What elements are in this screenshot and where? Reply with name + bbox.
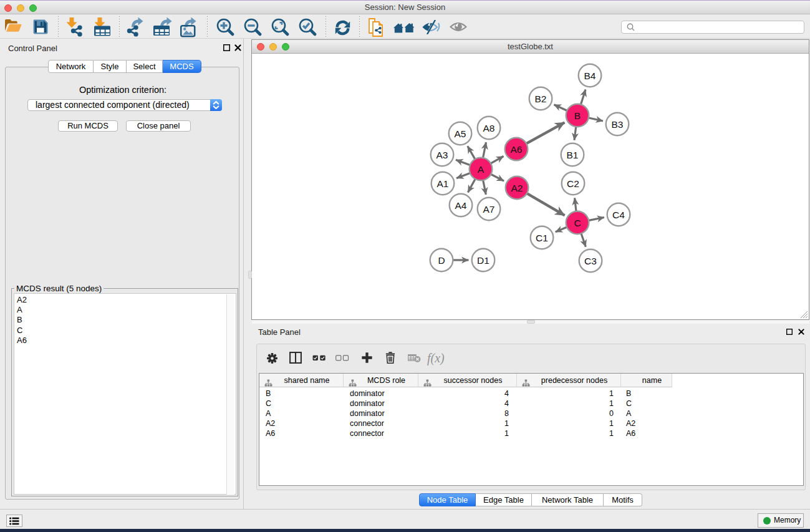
svg-text:D: D bbox=[438, 255, 445, 266]
svg-text:A1: A1 bbox=[437, 178, 449, 189]
svg-text:B: B bbox=[574, 110, 581, 121]
svg-text:A6: A6 bbox=[511, 144, 523, 155]
svg-text:D1: D1 bbox=[477, 255, 489, 266]
svg-text:A4: A4 bbox=[455, 200, 467, 211]
svg-text:C3: C3 bbox=[584, 256, 597, 266]
svg-text:B2: B2 bbox=[535, 94, 547, 104]
svg-text:C1: C1 bbox=[536, 233, 548, 243]
svg-text:B4: B4 bbox=[584, 70, 596, 81]
svg-text:C2: C2 bbox=[567, 178, 579, 189]
svg-text:C: C bbox=[574, 218, 581, 228]
svg-text:A3: A3 bbox=[436, 150, 448, 160]
svg-text:A8: A8 bbox=[483, 123, 495, 133]
svg-text:B1: B1 bbox=[567, 150, 579, 160]
svg-text:A2: A2 bbox=[511, 183, 523, 193]
svg-text:B3: B3 bbox=[612, 119, 624, 130]
svg-text:C4: C4 bbox=[612, 210, 625, 220]
svg-text:A5: A5 bbox=[455, 128, 466, 139]
svg-text:A: A bbox=[478, 164, 485, 175]
svg-text:A7: A7 bbox=[483, 204, 495, 215]
